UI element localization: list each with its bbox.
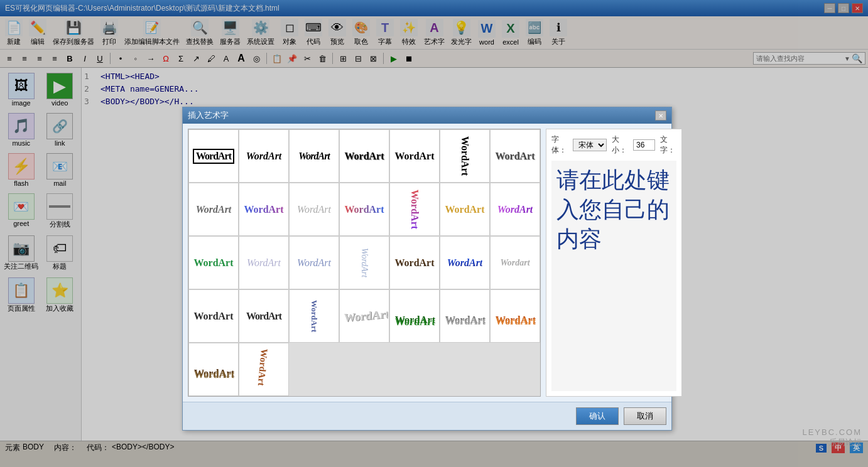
- wordart-style-22[interactable]: WordArt: [188, 289, 239, 343]
- svg-text:WordArt: WordArt: [394, 316, 436, 328]
- wordart-style-7[interactable]: WordArt: [490, 129, 540, 183]
- wordart-style-10[interactable]: WordArt: [289, 183, 339, 236]
- font-label: 字体：: [551, 134, 568, 156]
- wordart-style-24-vertical[interactable]: WordArt: [289, 289, 339, 343]
- wordart-style-30-vertical[interactable]: WordArt: [239, 343, 289, 396]
- preview-text: 请在此处键入您自己的内容: [556, 166, 671, 254]
- wordart-style-2[interactable]: WordArt: [239, 129, 289, 183]
- wordart-style-6-vertical[interactable]: WordArt: [440, 129, 490, 183]
- wordart-style-15[interactable]: WordArt: [188, 236, 239, 289]
- wordart-style-8[interactable]: WordArt: [188, 183, 239, 236]
- wordart-style-27[interactable]: WordArt WordArt: [440, 289, 490, 343]
- wordart-style-9[interactable]: WordArt: [239, 183, 289, 236]
- dialog-buttons: 确认 取消: [183, 402, 671, 430]
- preview-panel: 字体： 宋体 大小： 文字： 请在此处键入您自己的内容: [546, 129, 682, 397]
- wordart-dialog: 插入艺术字 ✕ WordArt WordArt WordArt WordArt: [182, 107, 672, 431]
- text-label: 文字：: [660, 134, 676, 156]
- wordart-style-11[interactable]: WordArt: [339, 183, 389, 236]
- wordart-style-4[interactable]: WordArt: [339, 129, 389, 183]
- confirm-button[interactable]: 确认: [576, 407, 619, 425]
- wordart-style-23[interactable]: WordArt: [239, 289, 289, 343]
- wordart-style-25[interactable]: WordArt WordArt: [339, 289, 389, 343]
- font-select[interactable]: 宋体: [573, 139, 607, 151]
- preview-text-area: 请在此处键入您自己的内容: [551, 161, 676, 391]
- wordart-style-14[interactable]: WordArt: [490, 183, 540, 236]
- wordart-style-29[interactable]: WordArt WordArt: [188, 343, 239, 396]
- wordart-style-26[interactable]: WordArt WordArt: [389, 289, 440, 343]
- wordart-style-19[interactable]: WordArt: [389, 236, 440, 289]
- svg-text:WordArt: WordArt: [445, 315, 486, 327]
- wordart-style-3[interactable]: WordArt: [289, 129, 339, 183]
- svg-text:WordArt: WordArt: [193, 368, 235, 380]
- wordart-style-1[interactable]: WordArt: [188, 129, 239, 183]
- dialog-content: WordArt WordArt WordArt WordArt WordArt …: [183, 124, 671, 402]
- wordart-style-5[interactable]: WordArt: [389, 129, 440, 183]
- dialog-title: 插入艺术字: [188, 110, 229, 121]
- preview-controls: 字体： 宋体 大小： 文字：: [551, 134, 676, 156]
- svg-text:WordArt: WordArt: [495, 315, 536, 327]
- dialog-titlebar: 插入艺术字 ✕: [183, 107, 671, 124]
- cancel-button[interactable]: 取消: [624, 407, 666, 425]
- wordart-style-18-vertical[interactable]: WordArt: [339, 236, 389, 289]
- svg-text:WordArt: WordArt: [256, 348, 269, 386]
- size-input[interactable]: [633, 139, 655, 151]
- wordart-style-16[interactable]: WordArt: [239, 236, 289, 289]
- wordart-grid: WordArt WordArt WordArt WordArt WordArt …: [188, 129, 541, 397]
- wordart-style-12-vertical[interactable]: WordArt: [389, 183, 440, 236]
- wordart-style-28[interactable]: WordArt WordArt: [490, 289, 540, 343]
- wordart-style-21[interactable]: Wordart: [490, 236, 540, 289]
- dialog-close-button[interactable]: ✕: [655, 110, 666, 121]
- modal-overlay: 插入艺术字 ✕ WordArt WordArt WordArt WordArt: [0, 0, 868, 454]
- wordart-style-17[interactable]: WordArt: [289, 236, 339, 289]
- svg-text:WordArt: WordArt: [344, 308, 388, 324]
- size-label: 大小：: [612, 134, 628, 156]
- wordart-style-13[interactable]: WordArt: [440, 183, 490, 236]
- wordart-style-20[interactable]: WordArt: [440, 236, 490, 289]
